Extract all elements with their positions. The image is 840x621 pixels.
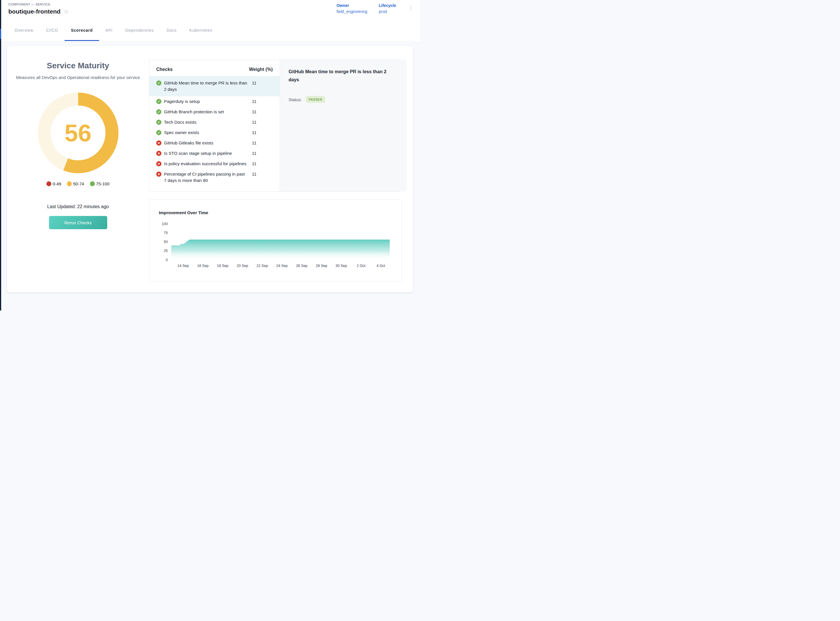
check-detail-title: GitHub Mean time to merge PR is less tha… (289, 68, 398, 84)
owner-label: Owner (336, 3, 367, 8)
window-left-edge (0, 0, 1, 310)
tab-scorecard[interactable]: Scorecard (65, 19, 99, 41)
breadcrumb: COMPONENT — SERVICE (8, 3, 50, 6)
kebab-menu-icon[interactable]: ⋮ (408, 6, 414, 11)
x-tick-label: 18 Sep (217, 264, 229, 268)
y-tick-label: 25 (164, 249, 168, 253)
x-tick-label: 30 Sep (336, 264, 347, 268)
check-row[interactable]: ✕Is STO scan stage setup in pipeline11 (149, 148, 280, 159)
tab-dependencies[interactable]: Dependencies (119, 19, 160, 41)
legend-dot-icon (90, 181, 95, 186)
x-tick-label: 2 Oct (357, 264, 366, 268)
x-tick-label: 4 Oct (377, 264, 385, 268)
check-weight: 11 (252, 80, 273, 86)
scorecard-page: COMPONENT — SERVICE boutique-frontend ☆ … (0, 0, 420, 310)
check-row[interactable]: ✕Is policy evaluation successful for pip… (149, 159, 280, 169)
favorite-star-icon[interactable]: ☆ (64, 9, 69, 14)
check-passed-icon: ✓ (156, 109, 162, 114)
legend-label: 50-74 (73, 181, 84, 186)
y-tick-label: 0 (166, 258, 168, 262)
check-passed-icon: ✓ (156, 130, 162, 135)
scorecard-title: Service Maturity (7, 61, 149, 70)
check-label: Is policy evaluation successful for pipe… (164, 161, 249, 167)
check-passed-icon: ✓ (156, 99, 162, 104)
check-failed-icon: ✕ (156, 141, 162, 145)
check-row[interactable]: ✓Spec owner exists11 (149, 127, 280, 138)
entity-tabs: OverviewCI/CDScorecardAPIDependenciesDoc… (1, 19, 420, 41)
check-weight: 11 (252, 161, 273, 167)
check-weight: 11 (252, 171, 273, 177)
check-weight: 11 (252, 109, 273, 115)
check-label: Spec owner exists (164, 129, 249, 136)
scorecard-subtitle: Measures all DevOps and Operational read… (16, 74, 141, 81)
status-label: Status: (289, 97, 302, 102)
x-tick-label: 28 Sep (316, 264, 327, 268)
tab-kubernetes[interactable]: Kubernetes (183, 19, 219, 41)
weight-column-header: Weight (%) (249, 67, 273, 72)
check-row[interactable]: ✓Pagerduty is setup11 (149, 96, 280, 107)
y-tick-label: 100 (162, 222, 168, 226)
x-tick-label: 24 Sep (276, 264, 288, 268)
check-weight: 11 (252, 119, 273, 126)
check-failed-icon: ✕ (156, 161, 162, 167)
x-tick-label: 22 Sep (257, 264, 268, 268)
checks-header: Checks Weight (%) (149, 64, 280, 76)
check-row[interactable]: ✓GitHub Mean time to merge PR is less th… (149, 76, 280, 96)
x-tick-label: 14 Sep (177, 264, 189, 268)
tab-ci-cd[interactable]: CI/CD (40, 19, 65, 41)
last-updated-text: Last Updated: 22 minutes ago (7, 204, 149, 209)
check-row[interactable]: ✕Percentage of CI pipelines passing in p… (149, 169, 280, 186)
x-tick-label: 16 Sep (197, 264, 209, 268)
checks-rows: ✓GitHub Mean time to merge PR is less th… (149, 76, 280, 186)
tab-api[interactable]: API (99, 19, 119, 41)
legend-item-75-100: 75-100 (90, 181, 109, 186)
score-donut: 56 (38, 92, 118, 173)
left-edge-accent (0, 29, 1, 39)
owner-block: Owner field_engineering (336, 3, 367, 14)
check-row[interactable]: ✕GitHub Gitleaks file exists11 (149, 138, 280, 148)
owner-value-link[interactable]: field_engineering (336, 9, 367, 14)
check-status-row: Status: PASSED (289, 96, 398, 103)
improvement-chart-svg: 025507510014 Sep16 Sep18 Sep20 Sep22 Sep… (154, 222, 397, 270)
checks-panel: Checks Weight (%) ✓GitHub Mean time to m… (149, 60, 401, 192)
check-failed-icon: ✕ (156, 151, 162, 156)
lifecycle-label: Lifecycle (379, 3, 396, 8)
check-row[interactable]: ✓GitHub Branch protection is set11 (149, 107, 280, 117)
check-label: Tech Docs exists (164, 119, 249, 126)
check-label: GitHub Gitleaks file exists (164, 140, 249, 146)
x-tick-label: 20 Sep (237, 264, 248, 268)
legend-item-0-49: 0-49 (46, 181, 61, 186)
check-label: Is STO scan stage setup in pipeline (164, 150, 249, 156)
check-row[interactable]: ✓Tech Docs exists11 (149, 117, 280, 127)
legend-label: 0-49 (53, 181, 61, 186)
legend-item-50-74: 50-74 (67, 181, 84, 186)
check-label: Percentage of CI pipelines passing in pa… (164, 171, 249, 184)
tab-overview[interactable]: Overview (8, 19, 40, 41)
check-passed-icon: ✓ (156, 120, 162, 125)
chart-title: Improvement Over Time (159, 210, 208, 215)
lifecycle-value: prod (379, 9, 396, 14)
checks-list: Checks Weight (%) ✓GitHub Mean time to m… (149, 60, 280, 191)
tab-docs[interactable]: Docs (160, 19, 183, 41)
check-detail-panel: GitHub Mean time to merge PR is less tha… (280, 60, 407, 191)
title-row: boutique-frontend ☆ (8, 8, 69, 15)
score-legend: 0-4950-7475-100 (7, 181, 149, 186)
checks-column-header: Checks (156, 67, 249, 72)
legend-dot-icon (67, 181, 72, 186)
lifecycle-block: Lifecycle prod (379, 3, 396, 14)
entity-header: COMPONENT — SERVICE boutique-frontend ☆ … (1, 0, 420, 20)
check-failed-icon: ✕ (156, 171, 162, 177)
check-label: GitHub Mean time to merge PR is less tha… (164, 80, 249, 92)
legend-dot-icon (46, 181, 51, 186)
check-weight: 11 (252, 98, 273, 105)
check-passed-icon: ✓ (156, 80, 162, 86)
check-label: GitHub Branch protection is set (164, 109, 249, 115)
service-maturity-section: Service Maturity Measures all DevOps and… (7, 46, 149, 229)
y-tick-label: 75 (164, 231, 168, 235)
rerun-checks-button[interactable]: Rerun Checks (49, 216, 107, 229)
x-tick-label: 26 Sep (296, 264, 307, 268)
legend-label: 75-100 (96, 181, 109, 186)
check-weight: 11 (252, 150, 273, 156)
check-weight: 11 (252, 140, 273, 146)
improvement-chart-panel: Improvement Over Time 025507510014 Sep16… (149, 200, 401, 282)
